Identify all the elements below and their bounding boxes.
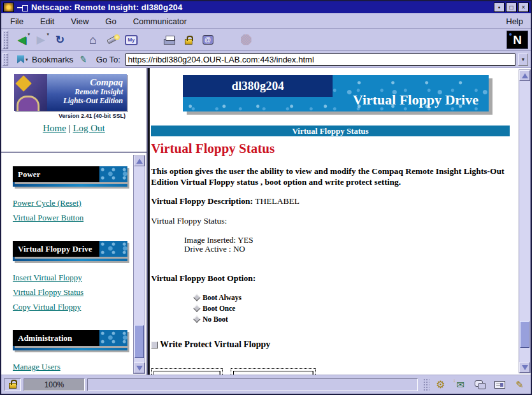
status-image-inserted: Image Inserted: YES xyxy=(184,236,517,245)
status-drive-active: Drive Active : NO xyxy=(184,245,517,254)
window-title: Netscape: Remote Insight: dl380g204 xyxy=(31,3,182,12)
sidebar-link-manage-users[interactable]: Manage Users xyxy=(13,363,127,371)
stop-icon xyxy=(241,34,252,45)
write-protect-row[interactable]: Write Protect Virtual Floppy xyxy=(151,340,517,350)
netscape-logo[interactable]: N xyxy=(507,31,528,49)
logo-edition: Lights-Out Edition xyxy=(47,97,123,106)
write-protect-checkbox[interactable] xyxy=(151,341,158,348)
menu-view[interactable]: View xyxy=(71,17,89,26)
status-lock-icon xyxy=(9,383,17,389)
sidebar-link-insert-virtual-floppy[interactable]: Insert Virtual Floppy xyxy=(13,273,127,282)
search-button[interactable] xyxy=(103,31,122,49)
logo-brand: Compaq xyxy=(47,77,123,88)
maximize-button[interactable]: □ xyxy=(506,3,517,12)
reload-button[interactable]: ↻ xyxy=(50,31,69,49)
minimize-button[interactable]: ▪ xyxy=(494,3,505,12)
shop-icon: @ xyxy=(203,35,213,45)
sidebar-logo-frame: Compaq Remote Insight Lights-Out Edition… xyxy=(1,68,147,153)
logout-link[interactable]: Log Out xyxy=(73,123,104,133)
radio-button-icon[interactable] xyxy=(193,305,200,312)
navigator-component-button[interactable]: ⚙ xyxy=(432,378,449,392)
radio-boot-always[interactable]: Boot Always xyxy=(194,292,517,303)
discussions-component-button[interactable] xyxy=(471,378,489,392)
status-message-area xyxy=(87,378,418,391)
discussions-icon xyxy=(475,380,486,389)
menu-communicator[interactable]: Communicator xyxy=(133,17,187,26)
home-link[interactable]: Home xyxy=(43,123,66,133)
toolbar-grip[interactable] xyxy=(3,31,8,48)
address-book-icon xyxy=(494,381,505,389)
link-separator: | xyxy=(69,123,71,133)
section-title-bar: Virtual Floppy Status xyxy=(151,126,510,136)
sidebar-nav-frame: Power Power Cycle (Reset) Virtual Power … xyxy=(1,154,147,375)
sidebar-link-power-cycle[interactable]: Power Cycle (Reset) xyxy=(13,199,127,207)
radio-boot-once[interactable]: Boot Once xyxy=(194,303,517,313)
page-proxy-icon[interactable]: ✎ xyxy=(79,54,88,65)
menu-bar: File Edit View Go Communicator Help xyxy=(1,15,531,29)
mailbox-icon: ✉ xyxy=(456,379,464,391)
home-button[interactable]: ⌂ xyxy=(83,31,103,49)
compaq-logo-art-icon xyxy=(14,74,47,111)
mailbox-component-button[interactable]: ↓ ✉ xyxy=(452,378,469,392)
url-dropdown-button[interactable]: ▾ xyxy=(518,54,528,66)
version-label: Version 2.41 (40-bit SSL) xyxy=(1,113,126,119)
radio-button-icon[interactable] xyxy=(193,294,200,301)
forward-button[interactable]: ▶ ▾ xyxy=(31,31,50,49)
component-bar-grip[interactable] xyxy=(423,378,429,391)
page-banner: dl380g204 Virtual Floppy Drive xyxy=(183,75,489,111)
security-button[interactable] xyxy=(179,31,198,49)
close-button[interactable]: × xyxy=(518,3,529,12)
menu-go[interactable]: Go xyxy=(105,17,116,26)
radio-no-boot[interactable]: No Boot xyxy=(194,313,517,324)
composer-component-button[interactable]: ✎ xyxy=(511,378,528,392)
content-area: Compaq Remote Insight Lights-Out Edition… xyxy=(1,68,531,375)
nav-section-power: Power xyxy=(13,166,127,182)
banner-server-name: dl380g204 xyxy=(183,75,333,97)
logo-product: Remote Insight xyxy=(47,88,123,97)
location-bar-grip[interactable] xyxy=(3,53,8,66)
status-label: Virtual Floppy Status: xyxy=(151,216,517,226)
sidebar-link-copy-virtual-floppy[interactable]: Copy Virtual Floppy xyxy=(13,303,127,311)
stop-button[interactable] xyxy=(236,31,255,49)
forward-menu-caret-icon: ▾ xyxy=(47,32,49,37)
description-label: Virtual Floppy Description: xyxy=(151,196,253,206)
shop-button[interactable]: @ xyxy=(198,31,217,49)
scroll-down-button[interactable] xyxy=(519,362,530,373)
sidebar-link-virtual-floppy-status[interactable]: Virtual Floppy Status xyxy=(13,288,127,296)
banner-page-title: Virtual Floppy Drive xyxy=(353,92,478,108)
boot-option-label: Virtual Floppy Boot Option: xyxy=(151,273,517,284)
menu-file[interactable]: File xyxy=(10,17,24,26)
radio-button-icon[interactable] xyxy=(193,315,200,322)
address-book-component-button[interactable] xyxy=(491,378,508,392)
main-scrollbar[interactable] xyxy=(519,69,531,373)
home-icon: ⌂ xyxy=(89,33,96,47)
progress-indicator: 100% xyxy=(24,378,85,391)
scroll-down-button[interactable] xyxy=(134,363,145,373)
menu-edit[interactable]: Edit xyxy=(40,17,54,26)
scrollbar-thumb[interactable] xyxy=(520,321,529,348)
back-button[interactable]: ◀ ▾ xyxy=(12,31,31,49)
security-status-box[interactable] xyxy=(4,378,21,391)
window-controls: ▪ □ × xyxy=(494,3,529,12)
url-input[interactable] xyxy=(126,54,515,66)
bookmarks-button[interactable]: Bookmarks xyxy=(32,55,73,64)
goto-label: Go To: xyxy=(96,55,120,64)
forward-icon: ▶ xyxy=(36,33,45,47)
scrollbar-thumb[interactable] xyxy=(134,325,144,358)
boot-option-group: Boot Always Boot Once No Boot xyxy=(194,292,517,324)
scroll-up-button[interactable] xyxy=(519,70,530,81)
main-frame: dl380g204 Virtual Floppy Drive Virtual F… xyxy=(148,68,531,375)
sidebar-link-virtual-power-button[interactable]: Virtual Power Button xyxy=(13,213,127,222)
print-button[interactable] xyxy=(160,31,179,49)
navigation-toolbar: ◀ ▾ ▶ ▾ ↻ ⌂ My @ xyxy=(1,29,531,51)
scroll-up-button[interactable] xyxy=(134,155,145,166)
search-flashlight-icon xyxy=(106,36,117,45)
security-lock-icon xyxy=(185,39,192,45)
back-icon: ◀ xyxy=(17,33,25,47)
reload-icon: ↻ xyxy=(55,33,64,47)
menu-help[interactable]: Help xyxy=(506,17,523,26)
bookmarks-icon[interactable] xyxy=(17,55,24,64)
navigator-wheel-icon: ⚙ xyxy=(436,378,445,391)
my-netscape-button[interactable]: My xyxy=(122,31,141,49)
sidebar-scrollbar[interactable] xyxy=(133,155,145,374)
